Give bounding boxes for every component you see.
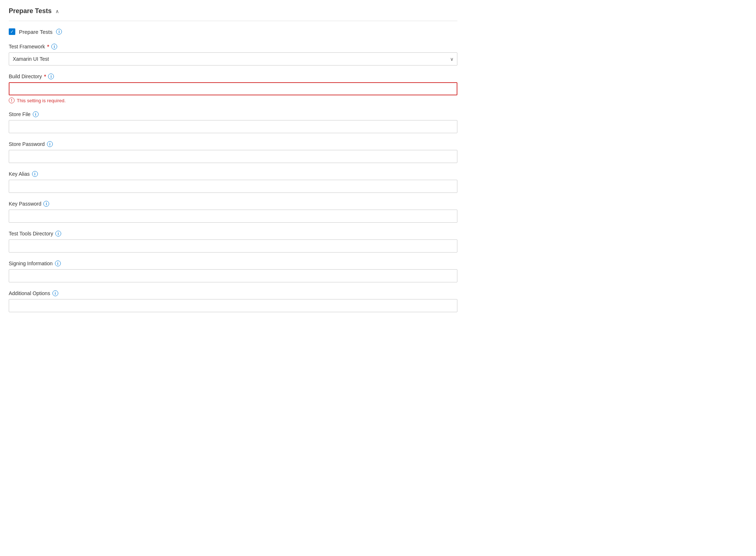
store-file-input[interactable]: [9, 120, 457, 133]
store-file-group: Store File i: [9, 111, 457, 133]
store-file-label-text: Store File: [9, 111, 31, 117]
build-directory-error: ! This setting is required.: [9, 98, 457, 103]
test-tools-directory-group: Test Tools Directory i: [9, 231, 457, 253]
test-framework-group: Test Framework * i Xamarin UI Test Appiu…: [9, 44, 457, 65]
build-directory-info-icon[interactable]: i: [48, 74, 54, 79]
key-alias-label-text: Key Alias: [9, 171, 30, 177]
key-alias-input[interactable]: [9, 180, 457, 193]
section-chevron-icon[interactable]: ∧: [55, 8, 59, 14]
key-password-group: Key Password i: [9, 201, 457, 223]
signing-information-label-text: Signing Information: [9, 261, 53, 266]
section-title: Prepare Tests: [9, 7, 52, 15]
error-message-text: This setting is required.: [17, 98, 66, 103]
prepare-tests-checkbox-row: ✓ Prepare Tests i: [9, 28, 457, 35]
store-password-group: Store Password i: [9, 141, 457, 163]
store-file-label: Store File i: [9, 111, 457, 117]
test-framework-label: Test Framework * i: [9, 44, 457, 49]
signing-information-info-icon[interactable]: i: [55, 261, 61, 266]
test-tools-directory-input[interactable]: [9, 239, 457, 253]
store-file-info-icon[interactable]: i: [33, 111, 39, 117]
error-icon: !: [9, 98, 15, 103]
test-tools-directory-info-icon[interactable]: i: [55, 231, 61, 237]
additional-options-info-icon[interactable]: i: [52, 290, 58, 296]
test-tools-directory-label-text: Test Tools Directory: [9, 231, 53, 237]
section-header: Prepare Tests ∧: [9, 7, 457, 21]
key-password-label-text: Key Password: [9, 201, 41, 207]
checkbox-info-icon[interactable]: i: [56, 29, 62, 35]
key-password-info-icon[interactable]: i: [43, 201, 49, 207]
store-password-info-icon[interactable]: i: [47, 141, 53, 147]
test-framework-label-text: Test Framework: [9, 44, 45, 49]
key-password-label: Key Password i: [9, 201, 457, 207]
additional-options-group: Additional Options i: [9, 290, 457, 312]
test-framework-info-icon[interactable]: i: [51, 44, 57, 49]
signing-information-group: Signing Information i: [9, 261, 457, 282]
additional-options-label-text: Additional Options: [9, 290, 50, 296]
build-directory-group: Build Directory * i ! This setting is re…: [9, 74, 457, 103]
test-framework-select-wrapper: Xamarin UI Test Appium Espresso XCUITest…: [9, 52, 457, 65]
build-directory-input[interactable]: [9, 82, 457, 95]
key-alias-group: Key Alias i: [9, 171, 457, 193]
key-alias-label: Key Alias i: [9, 171, 457, 177]
additional-options-label: Additional Options i: [9, 290, 457, 296]
checkbox-checkmark: ✓: [10, 29, 14, 34]
build-directory-label: Build Directory * i: [9, 74, 457, 79]
store-password-label: Store Password i: [9, 141, 457, 147]
prepare-tests-checkbox[interactable]: ✓: [9, 28, 15, 35]
checkbox-label: Prepare Tests: [19, 29, 52, 35]
main-container: Prepare Tests ∧ ✓ Prepare Tests i Test F…: [0, 0, 466, 335]
signing-information-label: Signing Information i: [9, 261, 457, 266]
signing-information-input[interactable]: [9, 269, 457, 282]
test-framework-select[interactable]: Xamarin UI Test Appium Espresso XCUITest: [9, 52, 457, 65]
store-password-label-text: Store Password: [9, 141, 45, 147]
key-password-input[interactable]: [9, 210, 457, 223]
build-directory-label-text: Build Directory: [9, 74, 42, 79]
additional-options-input[interactable]: [9, 299, 457, 312]
build-directory-required: *: [44, 74, 46, 79]
store-password-input[interactable]: [9, 150, 457, 163]
key-alias-info-icon[interactable]: i: [32, 171, 38, 177]
test-tools-directory-label: Test Tools Directory i: [9, 231, 457, 237]
test-framework-required: *: [47, 44, 49, 49]
